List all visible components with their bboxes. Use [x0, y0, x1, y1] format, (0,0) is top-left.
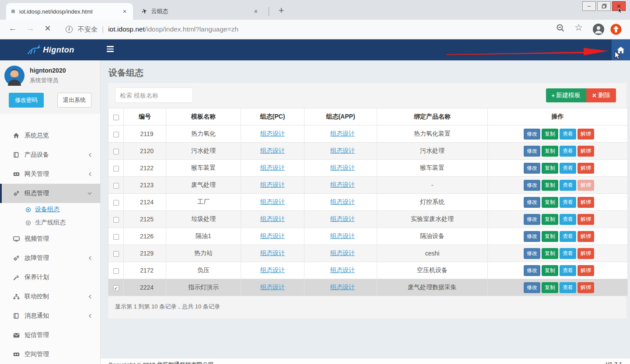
view-action-button[interactable]: 查看: [560, 231, 576, 242]
new-tab-button[interactable]: +: [275, 4, 288, 18]
browser-tab-cloud[interactable]: ✈ 云组态 ×: [136, 3, 264, 20]
tab-close-icon[interactable]: ×: [252, 7, 260, 15]
app-config-link[interactable]: 组态设计: [330, 164, 355, 171]
sidebar-item-组态管理[interactable]: 组态管理: [0, 184, 100, 203]
app-config-link[interactable]: 组态设计: [330, 232, 355, 239]
copy-action-button[interactable]: 复制: [542, 197, 558, 208]
row-checkbox[interactable]: [113, 234, 119, 240]
edit-action-button[interactable]: 修改: [524, 265, 540, 276]
copy-action-button[interactable]: 复制: [542, 146, 558, 157]
copy-action-button[interactable]: 复制: [542, 163, 558, 174]
pc-config-link[interactable]: 组态设计: [260, 215, 285, 222]
edit-action-button[interactable]: 修改: [524, 163, 540, 174]
copy-action-button[interactable]: 复制: [542, 214, 558, 225]
info-icon[interactable]: i: [66, 26, 73, 33]
submenu-item-设备组态[interactable]: 设备组态: [0, 203, 100, 216]
minimize-icon[interactable]: ─: [582, 1, 596, 11]
edit-action-button[interactable]: 修改: [524, 197, 540, 208]
app-config-link[interactable]: 组态设计: [330, 266, 355, 273]
row-checkbox[interactable]: [113, 217, 119, 223]
profile-icon[interactable]: [592, 23, 605, 37]
row-checkbox[interactable]: [113, 166, 119, 172]
unbind-action-button[interactable]: 解绑: [578, 146, 594, 157]
app-config-link[interactable]: 组态设计: [330, 198, 355, 205]
view-action-button[interactable]: 查看: [560, 163, 576, 174]
app-config-link[interactable]: 组态设计: [330, 249, 355, 256]
row-checkbox[interactable]: ✓: [113, 285, 119, 291]
star-icon[interactable]: ☆: [574, 22, 583, 33]
view-action-button[interactable]: 查看: [560, 197, 576, 208]
unbind-action-button[interactable]: 解绑: [578, 214, 594, 225]
pc-config-link[interactable]: 组态设计: [260, 164, 285, 171]
app-config-link[interactable]: 组态设计: [330, 181, 355, 188]
pc-config-link[interactable]: 组态设计: [260, 198, 285, 205]
change-password-button[interactable]: 修改密码: [9, 93, 44, 108]
submenu-item-生产线组态[interactable]: 生产线组态: [0, 216, 100, 229]
view-action-button[interactable]: 查看: [560, 214, 576, 225]
logout-button[interactable]: 退出系统: [57, 93, 91, 108]
app-config-link[interactable]: 组态设计: [330, 147, 355, 154]
copy-action-button[interactable]: 复制: [542, 231, 558, 242]
row-checkbox[interactable]: [113, 149, 119, 154]
row-checkbox[interactable]: [113, 132, 119, 137]
sidebar-item-产品设备[interactable]: 产品设备: [0, 145, 100, 164]
pc-config-link[interactable]: 组态设计: [260, 130, 285, 137]
copy-action-button[interactable]: 复制: [542, 282, 558, 293]
url-bar[interactable]: i 不安全 | iot.idosp.net/idosp/index.html?l…: [66, 24, 238, 35]
app-config-link[interactable]: 组态设计: [330, 284, 355, 290]
view-action-button[interactable]: 查看: [560, 129, 576, 140]
edit-action-button[interactable]: 修改: [524, 214, 540, 225]
copy-action-button[interactable]: 复制: [542, 180, 558, 191]
edit-action-button[interactable]: 修改: [524, 146, 540, 157]
pc-config-link[interactable]: 组态设计: [260, 266, 285, 273]
unbind-action-button[interactable]: 解绑: [578, 282, 594, 293]
create-template-button[interactable]: +新建模板: [546, 88, 587, 102]
unbind-action-button[interactable]: 解绑: [578, 265, 594, 276]
tab-close-icon[interactable]: ×: [121, 7, 129, 15]
search-input[interactable]: [115, 88, 193, 103]
app-config-link[interactable]: 组态设计: [330, 130, 355, 137]
home-button[interactable]: [612, 39, 630, 60]
close-icon[interactable]: ✕: [612, 1, 626, 11]
unbind-action-button[interactable]: 解绑: [578, 231, 594, 242]
copy-action-button[interactable]: 复制: [542, 265, 558, 276]
copy-action-button[interactable]: 复制: [542, 129, 558, 140]
sidebar-item-空间管理[interactable]: 空间管理: [0, 345, 100, 364]
pc-config-link[interactable]: 组态设计: [260, 249, 285, 256]
sidebar-item-系统总览[interactable]: 系统总览: [0, 126, 100, 145]
edit-action-button[interactable]: 修改: [524, 180, 540, 191]
row-checkbox[interactable]: [113, 183, 119, 189]
unbind-action-button[interactable]: 解绑: [578, 248, 594, 259]
sidebar-item-网关管理[interactable]: 网关管理: [0, 164, 100, 184]
unbind-action-button[interactable]: 解绑: [578, 129, 594, 140]
zoom-out-icon[interactable]: [556, 23, 565, 34]
row-checkbox[interactable]: [113, 251, 119, 257]
stop-icon[interactable]: ✕: [42, 24, 53, 33]
unbind-action-button[interactable]: 解绑: [578, 197, 594, 208]
menu-icon[interactable]: [107, 46, 114, 53]
sidebar-item-消息通知[interactable]: 消息通知: [0, 306, 100, 326]
edit-action-button[interactable]: 修改: [524, 231, 540, 242]
view-action-button[interactable]: 查看: [560, 146, 576, 157]
unbind-action-button[interactable]: 解绑: [578, 163, 594, 174]
app-config-link[interactable]: 组态设计: [330, 215, 355, 222]
browser-tab-active[interactable]: iot.idosp.net/idosp/index.html ×: [6, 3, 133, 20]
select-all-checkbox[interactable]: [113, 115, 119, 120]
copy-action-button[interactable]: 复制: [542, 248, 558, 259]
edit-action-button[interactable]: 修改: [524, 129, 540, 140]
extension-icon[interactable]: [610, 23, 622, 37]
edit-action-button[interactable]: 修改: [524, 282, 540, 293]
pc-config-link[interactable]: 组态设计: [260, 147, 285, 154]
view-action-button[interactable]: 查看: [560, 265, 576, 276]
pc-config-link[interactable]: 组态设计: [260, 284, 285, 290]
edit-action-button[interactable]: 修改: [524, 248, 540, 259]
back-icon[interactable]: ←: [7, 24, 18, 33]
sidebar-item-联动控制[interactable]: 联动控制: [0, 287, 100, 306]
sidebar-item-故障管理[interactable]: 故障管理: [0, 248, 100, 268]
unbind-action-button[interactable]: 解绑: [578, 180, 594, 191]
sidebar-item-保养计划[interactable]: 保养计划: [0, 268, 100, 287]
view-action-button[interactable]: 查看: [560, 180, 576, 191]
view-action-button[interactable]: 查看: [560, 282, 576, 293]
view-action-button[interactable]: 查看: [560, 248, 576, 259]
delete-button[interactable]: ✕删除: [586, 88, 616, 102]
